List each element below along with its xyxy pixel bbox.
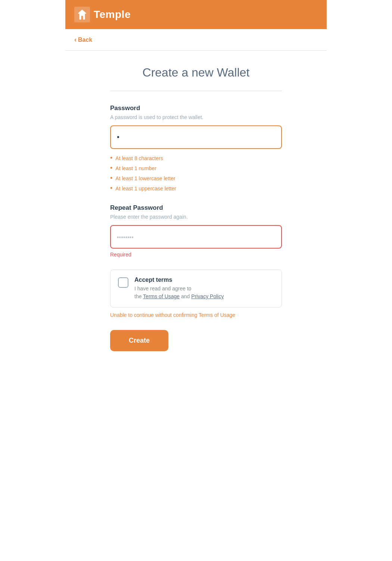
terms-error-text: Unable to continue without confirming Te… [110,312,282,318]
validation-chars-label: At least 8 characters [115,155,163,161]
repeat-password-desc: Please enter the password again. [110,214,282,220]
password-section-title: Password [110,105,282,112]
back-section: ‹ Back [65,29,327,51]
validation-lowercase-label: At least 1 lowercase letter [115,175,175,181]
terms-text: I have read and agree tothe Terms of Usa… [134,285,274,300]
title-divider [110,91,282,91]
create-button[interactable]: Create [110,330,168,351]
password-section-desc: A password is used to protect the wallet… [110,114,282,120]
validation-item-uppercase: At least 1 uppercase letter [110,184,282,192]
accept-terms-section: Accept terms I have read and agree tothe… [110,269,282,318]
app-title: Temple [94,9,131,21]
repeat-password-title: Repeat Password [110,204,282,212]
terms-checkbox[interactable] [118,277,128,288]
repeat-password-section: Repeat Password Please enter the passwor… [110,204,282,258]
privacy-policy-link[interactable]: Privacy Policy [191,293,224,299]
back-arrow-icon: ‹ [74,36,77,44]
repeat-password-error: Required [110,252,282,258]
terms-of-usage-link[interactable]: Terms of Usage [143,293,180,299]
repeat-password-input[interactable] [110,225,282,249]
back-button-label: Back [78,37,92,43]
validation-item-chars: At least 8 characters [110,154,282,162]
temple-logo-icon [74,7,90,22]
terms-content: Accept terms I have read and agree tothe… [134,277,274,300]
back-button[interactable]: ‹ Back [74,36,92,44]
logo-container: Temple [74,7,131,22]
password-section: Password A password is used to protect t… [110,105,282,192]
page-title: Create a new Wallet [110,66,282,80]
terms-box: Accept terms I have read and agree tothe… [110,269,282,308]
validation-number-label: At least 1 number [115,165,156,171]
validation-item-lowercase: At least 1 lowercase letter [110,174,282,182]
validation-uppercase-label: At least 1 uppercase letter [115,186,176,191]
validation-list: At least 8 characters At least 1 number … [110,154,282,192]
terms-title: Accept terms [134,277,274,283]
password-input[interactable] [110,125,282,149]
validation-item-number: At least 1 number [110,164,282,172]
main-content: Create a new Wallet Password A password … [65,51,327,366]
app-header: Temple [65,0,327,29]
